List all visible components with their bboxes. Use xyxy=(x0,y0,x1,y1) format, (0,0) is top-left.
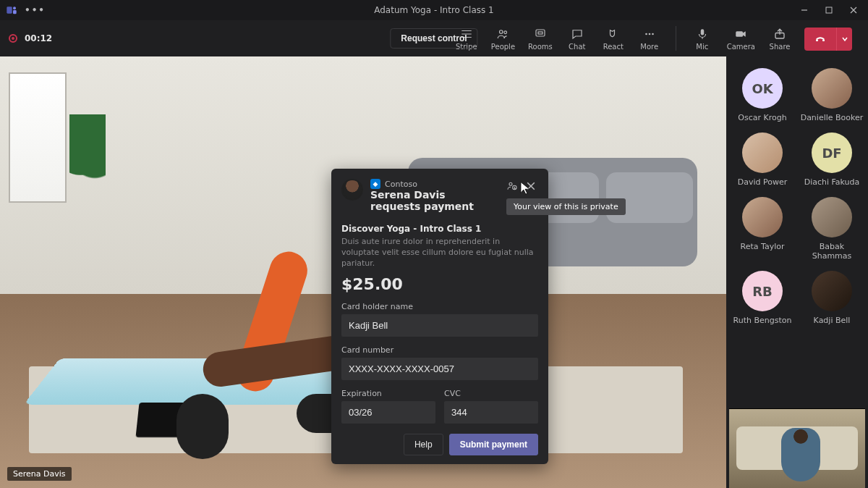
exp-input[interactable] xyxy=(341,401,435,424)
chat-icon xyxy=(571,27,584,41)
participant-cell[interactable]: David Power xyxy=(729,130,796,190)
participant-cell[interactable]: DFDiachi Fakuda xyxy=(799,130,865,190)
participant-avatar xyxy=(742,197,783,237)
leave-button[interactable] xyxy=(804,28,852,51)
self-view[interactable] xyxy=(729,408,865,488)
participant-name: Diachi Fakuda xyxy=(804,177,860,187)
svg-point-5 xyxy=(504,31,507,34)
leave-icon[interactable] xyxy=(804,28,836,51)
title-bar: ••• Adatum Yoga - Intro Class 1 xyxy=(0,0,868,20)
maximize-button[interactable] xyxy=(820,1,838,19)
close-button[interactable] xyxy=(845,1,862,19)
participant-avatar xyxy=(812,271,852,311)
participant-avatar: OK xyxy=(742,68,783,109)
rooms-icon xyxy=(534,27,547,41)
private-tooltip: Your view of this is private xyxy=(506,198,626,215)
chat-button[interactable]: Chat xyxy=(566,27,589,51)
recording-time: 00:12 xyxy=(25,33,52,43)
exp-label: Expiration xyxy=(341,389,435,398)
meeting-toolbar: 00:12 Request control Stripe People Room… xyxy=(0,20,868,56)
submit-payment-button[interactable]: Submit payment xyxy=(449,434,538,455)
participant-cell[interactable]: OKOscar Krogh xyxy=(729,65,796,125)
participant-avatar xyxy=(812,68,852,109)
participant-name: Babak Shammas xyxy=(799,242,865,261)
svg-point-4 xyxy=(500,30,503,34)
participant-cell[interactable]: Danielle Booker xyxy=(799,65,865,125)
recording-icon xyxy=(9,34,17,43)
participant-name: Kadji Bell xyxy=(814,316,851,325)
react-button[interactable]: React xyxy=(602,27,625,51)
card-price: $25.00 xyxy=(341,275,538,293)
window-title: Adatum Yoga - Intro Class 1 xyxy=(107,5,761,15)
svg-rect-15 xyxy=(822,40,825,41)
mic-icon xyxy=(696,27,709,41)
participant-avatar xyxy=(742,132,783,173)
participant-cell[interactable]: Babak Shammas xyxy=(799,194,865,264)
participant-avatar: DF xyxy=(812,132,852,173)
participant-name: David Power xyxy=(738,177,788,187)
svg-point-1 xyxy=(13,7,16,9)
participant-name: Ruth Bengston xyxy=(733,316,792,325)
shared-content: Serena Davis ◆ Contoso Serena Davis requ… xyxy=(0,56,726,488)
share-icon xyxy=(773,27,786,41)
share-button[interactable]: Share xyxy=(768,27,791,51)
number-input[interactable] xyxy=(341,358,538,380)
leave-dropdown[interactable] xyxy=(836,28,852,51)
private-view-icon[interactable] xyxy=(505,179,519,193)
requester-avatar xyxy=(341,179,363,201)
svg-point-8 xyxy=(645,33,647,35)
people-icon xyxy=(495,27,511,41)
svg-rect-0 xyxy=(7,7,12,13)
separator xyxy=(676,26,676,51)
participant-cell[interactable]: Reta Taylor xyxy=(729,194,796,264)
card-description: Duis aute irure dolor in reprehenderit i… xyxy=(341,237,538,269)
svg-rect-14 xyxy=(816,40,818,41)
card-subject: Discover Yoga - Intro Class 1 xyxy=(341,224,538,234)
participant-avatar xyxy=(812,197,852,237)
participants-grid: OKOscar KroghDanielle BookerDavid PowerD… xyxy=(729,65,865,328)
participant-avatar: RB xyxy=(742,271,783,311)
more-icon xyxy=(643,27,656,41)
participant-cell[interactable]: Kadji Bell xyxy=(799,268,865,328)
svg-rect-11 xyxy=(701,29,705,35)
camera-icon xyxy=(733,27,748,41)
participant-cell[interactable]: RBRuth Bengston xyxy=(729,268,796,328)
more-button[interactable]: More xyxy=(638,27,661,51)
speaker-label: Serena Davis xyxy=(7,467,72,481)
teams-app-icon xyxy=(6,4,17,16)
cvc-input[interactable] xyxy=(444,401,538,424)
number-label: Card number xyxy=(341,345,538,355)
svg-point-9 xyxy=(648,33,650,35)
rooms-button[interactable]: Rooms xyxy=(528,27,553,51)
react-icon xyxy=(607,27,620,41)
people-button[interactable]: People xyxy=(491,27,515,51)
svg-point-10 xyxy=(652,33,654,35)
mic-button[interactable]: Mic xyxy=(691,27,714,51)
help-button[interactable]: Help xyxy=(404,434,443,455)
svg-point-16 xyxy=(509,182,512,185)
svg-rect-6 xyxy=(536,30,545,36)
svg-rect-12 xyxy=(736,31,744,37)
contoso-badge-icon: ◆ xyxy=(370,179,380,189)
cvc-label: CVC xyxy=(444,389,538,398)
participant-name: Oscar Krogh xyxy=(738,113,786,122)
participants-panel: OKOscar KroghDanielle BookerDavid PowerD… xyxy=(726,56,868,488)
holder-input[interactable] xyxy=(341,314,538,337)
camera-button[interactable]: Camera xyxy=(727,27,755,51)
holder-label: Card holder name xyxy=(341,302,538,311)
participant-name: Reta Taylor xyxy=(741,242,785,251)
svg-rect-3 xyxy=(826,7,832,13)
participant-name: Danielle Booker xyxy=(801,113,864,122)
overflow-menu-icon[interactable]: ••• xyxy=(25,5,46,15)
svg-rect-7 xyxy=(538,32,542,34)
close-card-button[interactable] xyxy=(524,179,538,193)
svg-rect-2 xyxy=(13,10,17,14)
brand-name: Contoso xyxy=(385,180,417,189)
card-title: Serena Davis requests payment xyxy=(370,189,498,212)
minimize-button[interactable] xyxy=(796,1,813,19)
request-control-button[interactable]: Request control xyxy=(390,28,477,49)
